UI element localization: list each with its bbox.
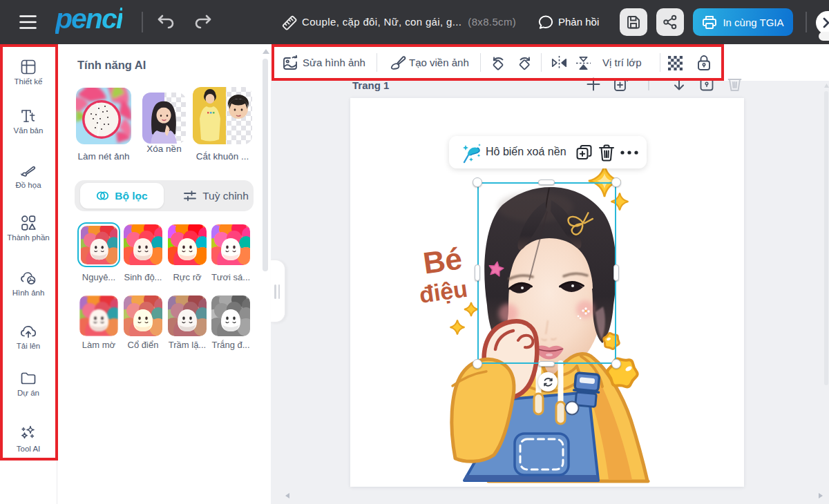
svg-text:Bé: Bé bbox=[421, 241, 464, 280]
